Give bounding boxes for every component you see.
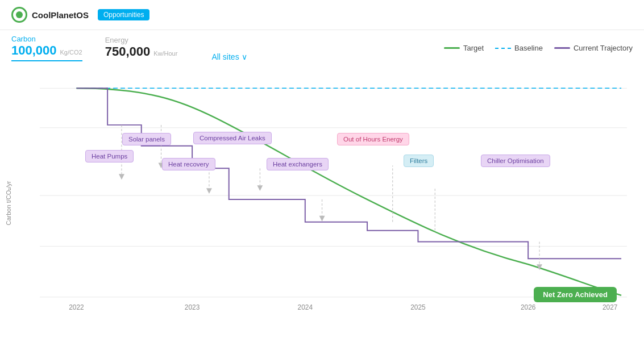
chart-container: Carbon t/CO₂/yr 1000 850 500 250 0 2022 … <box>11 72 633 327</box>
chevron-down-icon: ∨ <box>242 52 247 61</box>
site-selector[interactable]: All sites ∨ <box>211 52 247 61</box>
target-line-icon <box>444 47 460 49</box>
heat-recovery-tag[interactable]: Heat recovery <box>162 158 215 170</box>
compressed-air-label: Compressed Air Leaks <box>200 135 265 141</box>
heat-recovery-label: Heat recovery <box>168 161 209 168</box>
energy-label: Energy <box>105 36 178 44</box>
energy-unit: Kw/Hour <box>153 50 177 57</box>
opportunities-badge[interactable]: Opportunities <box>98 9 149 20</box>
compressed-air-arrow <box>257 185 263 191</box>
logo-inner-circle <box>16 11 23 18</box>
solar-panels-tag[interactable]: Solar panels <box>122 133 171 145</box>
site-selector-label: All sites <box>211 52 239 61</box>
legend-baseline-label: Baseline <box>514 44 543 52</box>
energy-value: 750,000 <box>105 44 151 59</box>
logo: CoolPlanetOS <box>11 7 89 23</box>
y-axis-label: Carbon t/CO₂/yr <box>5 181 13 226</box>
legend-trajectory-label: Current Trajectory <box>574 44 633 52</box>
energy-metric: Energy 750,000 Kw/Hour <box>105 36 178 61</box>
legend-baseline: Baseline <box>495 44 543 52</box>
logo-icon <box>11 7 27 23</box>
metrics-row: Carbon 100,000 Kg/CO2 Energy 750,000 Kw/… <box>11 35 247 61</box>
heat-exchangers-tag[interactable]: Heat exchangers <box>267 158 329 170</box>
net-zero-label: Net Zero Achieved <box>543 290 608 299</box>
heat-pumps-tag[interactable]: Heat Pumps <box>85 150 134 162</box>
heat-pumps-label: Heat Pumps <box>92 153 127 160</box>
carbon-value: 100,000 <box>11 43 57 58</box>
net-zero-badge: Net Zero Achieved <box>534 287 617 302</box>
logo-text: CoolPlanetOS <box>32 10 89 20</box>
x-tick-2025: 2025 <box>410 303 426 311</box>
x-tick-2026: 2026 <box>521 303 536 311</box>
app-header: CoolPlanetOS Opportunities <box>0 0 644 30</box>
heat-exchangers-label: Heat exchangers <box>273 161 322 168</box>
x-tick-2022: 2022 <box>69 303 84 311</box>
chart-area: Carbon t/CO₂/yr 1000 850 500 250 0 2022 … <box>0 66 644 339</box>
x-tick-2023: 2023 <box>185 303 200 311</box>
out-of-hours-label: Out of Hours Energy <box>343 136 403 143</box>
filters-tag[interactable]: Filters <box>404 155 434 167</box>
filters-label: Filters <box>410 157 427 164</box>
legend-target-label: Target <box>463 44 484 52</box>
heat-exchangers-arrow <box>319 216 325 222</box>
carbon-metric: Carbon 100,000 Kg/CO2 <box>11 35 82 61</box>
baseline-line-icon <box>495 48 511 49</box>
legend-target: Target <box>444 44 484 52</box>
out-of-hours-tag[interactable]: Out of Hours Energy <box>337 133 409 145</box>
heat-recovery-arrow <box>206 188 212 194</box>
compressed-air-tag[interactable]: Compressed Air Leaks <box>193 132 272 144</box>
trajectory-line <box>77 88 622 259</box>
solar-panels-label: Solar panels <box>128 136 165 143</box>
chiller-tag[interactable]: Chiller Optimisation <box>481 155 550 167</box>
carbon-unit: Kg/CO2 <box>60 49 82 56</box>
chiller-label: Chiller Optimisation <box>487 157 544 164</box>
legend-trajectory: Current Trajectory <box>554 44 633 52</box>
legend: Target Baseline Current Trajectory <box>444 44 633 52</box>
x-tick-2027: 2027 <box>603 303 618 311</box>
target-line <box>77 88 622 295</box>
heat-pumps-arrow <box>119 174 124 180</box>
top-bar: Carbon 100,000 Kg/CO2 Energy 750,000 Kw/… <box>0 30 644 66</box>
x-tick-2024: 2024 <box>298 303 313 311</box>
carbon-label: Carbon <box>11 35 82 43</box>
trajectory-line-icon <box>554 47 570 49</box>
